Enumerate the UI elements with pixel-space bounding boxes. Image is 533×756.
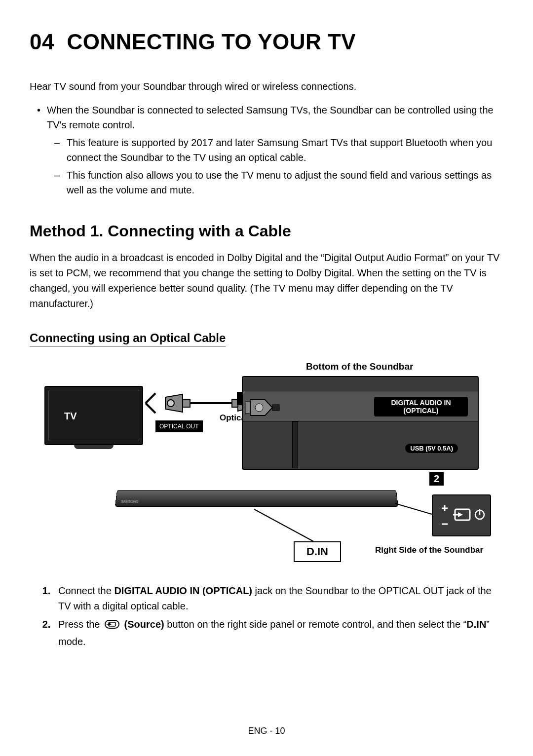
source-icon <box>104 619 120 634</box>
method-1-title: Method 1. Connecting with a Cable <box>30 222 503 240</box>
optical-cable-title: Connecting using an Optical Cable <box>30 331 226 346</box>
bullet-1-text: When the Soundbar is connected to select… <box>47 105 494 130</box>
callout-2: 2 <box>429 472 444 486</box>
chapter-number: 04 <box>30 30 54 54</box>
chapter-title: 04 CONNECTING TO YOUR TV <box>30 30 503 54</box>
sub-bullet-1: This feature is supported by 2017 and la… <box>67 135 503 165</box>
digital-audio-in-label: DIGITAL AUDIO IN (OPTICAL) <box>374 397 468 416</box>
soundbar-side-panel <box>432 494 491 536</box>
svg-line-17 <box>395 503 432 514</box>
bullet-1: When the Soundbar is connected to select… <box>47 103 503 197</box>
usb-label: USB (5V 0.5A) <box>405 444 458 453</box>
svg-rect-2 <box>183 399 190 407</box>
svg-rect-9 <box>272 405 279 411</box>
svg-marker-21 <box>109 623 112 626</box>
chapter-name: CONNECTING TO YOUR TV <box>67 30 356 54</box>
step-2: Press the (Source) button on the right s… <box>53 617 503 649</box>
steps-list: Connect the DIGITAL AUDIO IN (OPTICAL) j… <box>30 583 503 649</box>
din-box: D.IN <box>294 541 341 562</box>
bottom-soundbar-label: Bottom of the Soundbar <box>306 361 413 372</box>
step-2-din-bold: D.IN <box>466 619 486 630</box>
optical-diagram: Bottom of the Soundbar TV 1 OPTICAL OUT … <box>30 361 503 564</box>
soundbar-bottom-panel: DIGITAL AUDIO IN (OPTICAL) USB (5V 0.5A) <box>242 376 479 470</box>
svg-marker-14 <box>458 512 463 517</box>
tv-label: TV <box>64 411 77 422</box>
svg-rect-6 <box>245 402 250 414</box>
svg-line-18 <box>254 509 313 541</box>
svg-point-8 <box>255 404 263 412</box>
method-1-body: When the audio in a broadcast is encoded… <box>30 250 503 311</box>
step-2-source-bold: (Source) <box>121 619 164 630</box>
side-buttons-icon <box>434 498 489 533</box>
soundbar-front: SAMSUNG <box>115 490 398 507</box>
sub-bullet-2: This function also allows you to use the… <box>67 168 503 197</box>
right-side-label: Right Side of the Soundbar <box>375 545 483 555</box>
step-1-bold: DIGITAL AUDIO IN (OPTICAL) <box>114 585 252 596</box>
tv-illustration: TV <box>44 386 143 445</box>
svg-point-3 <box>167 400 174 407</box>
optical-out-label: OPTICAL OUT <box>155 420 203 432</box>
step-1: Connect the DIGITAL AUDIO IN (OPTICAL) j… <box>53 583 503 614</box>
intro-text: Hear TV sound from your Soundbar through… <box>30 79 503 94</box>
page-number: ENG - 10 <box>248 726 285 736</box>
optical-port-icon <box>245 398 280 417</box>
